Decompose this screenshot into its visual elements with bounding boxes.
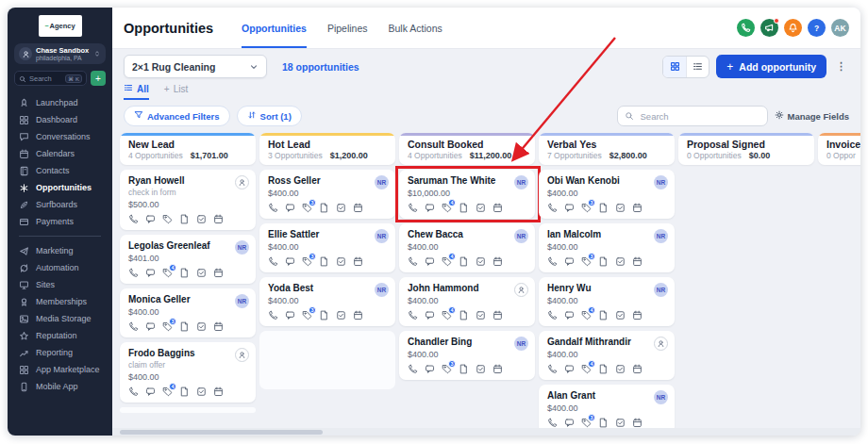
task-icon[interactable] <box>476 364 486 374</box>
opportunity-card-yoda-best[interactable]: Yoda BestNR $400.00 3 <box>259 277 395 326</box>
header-tab-opportunities[interactable]: Opportunities <box>242 8 307 48</box>
sidebar-item-reporting[interactable]: Reporting <box>8 344 112 361</box>
opportunity-card-john-hammond[interactable]: John Hammond $400.00 4 <box>399 277 535 326</box>
opportunity-card-frodo-baggins[interactable]: Frodo Baggins claim offer $400.00 4 <box>120 342 256 403</box>
tag-icon[interactable]: 3 <box>581 203 592 213</box>
appointment-icon[interactable] <box>632 310 643 321</box>
tag-icon[interactable] <box>162 214 173 224</box>
task-icon[interactable] <box>615 310 626 321</box>
call-icon[interactable] <box>268 203 278 213</box>
task-icon[interactable] <box>196 386 207 397</box>
appointment-icon[interactable] <box>213 214 224 224</box>
sidebar-item-launchpad[interactable]: Launchpad <box>8 94 112 111</box>
phone-button[interactable] <box>737 19 755 37</box>
appointment-icon[interactable] <box>492 364 503 374</box>
tag-icon[interactable]: 4 <box>162 386 173 397</box>
opportunity-card-obi-wan-kenobi[interactable]: Obi Wan KenobiNR $400.00 3 <box>539 170 675 219</box>
call-icon[interactable] <box>128 321 139 332</box>
opportunity-card-chew-bacca[interactable]: Chew BaccaNR $400.00 4 <box>399 223 535 272</box>
sidebar-item-contacts[interactable]: Contacts <box>8 162 112 179</box>
message-icon[interactable] <box>564 418 575 428</box>
message-icon[interactable] <box>425 203 435 213</box>
opportunity-card-ellie-sattler[interactable]: Ellie SattlerNR $400.00 3 <box>259 223 395 272</box>
task-icon[interactable] <box>615 256 626 267</box>
appointment-icon[interactable] <box>632 418 643 428</box>
task-icon[interactable] <box>476 256 486 267</box>
note-icon[interactable] <box>319 203 329 213</box>
note-icon[interactable] <box>459 364 469 374</box>
appointment-icon[interactable] <box>353 203 363 213</box>
tag-icon[interactable]: 3 <box>581 256 592 267</box>
tag-icon[interactable]: 3 <box>302 203 312 213</box>
tag-icon[interactable]: 3 <box>302 256 312 267</box>
sidebar-item-surfboards[interactable]: Surfboards <box>8 196 112 213</box>
note-icon[interactable] <box>598 256 609 267</box>
tag-icon[interactable]: 4 <box>442 256 452 267</box>
tag-icon[interactable]: 3 <box>302 310 312 321</box>
tag-icon[interactable]: 4 <box>162 268 173 278</box>
call-icon[interactable] <box>547 256 558 267</box>
sidebar-item-app-marketplace[interactable]: App Marketplace <box>8 361 112 378</box>
message-icon[interactable] <box>564 256 575 267</box>
list-view-button[interactable] <box>686 57 709 77</box>
avatar-button[interactable]: AK <box>831 19 849 37</box>
appointment-icon[interactable] <box>353 256 363 267</box>
opportunity-card-legolas-greenleaf[interactable]: Legolas GreenleafNR $401.00 4 <box>120 235 256 284</box>
manage-fields-button[interactable]: Manage Fields <box>775 110 849 122</box>
note-icon[interactable] <box>598 364 609 374</box>
sidebar-item-mobile-app[interactable]: Mobile App <box>8 378 112 395</box>
appointment-icon[interactable] <box>632 364 643 374</box>
appointment-icon[interactable] <box>213 268 224 278</box>
opportunity-card-monica-geller[interactable]: Monica GellerNR $400.00 3 <box>120 288 256 337</box>
task-icon[interactable] <box>196 268 207 278</box>
sidebar-search-input[interactable]: Search ⌘ K <box>14 71 87 86</box>
message-icon[interactable] <box>564 364 575 374</box>
appointment-icon[interactable] <box>213 321 224 332</box>
account-switcher[interactable]: Chase Sandbox philadelphia, PA <box>14 43 106 64</box>
call-icon[interactable] <box>128 386 139 397</box>
message-icon[interactable] <box>145 321 156 332</box>
message-icon[interactable] <box>425 364 435 374</box>
note-icon[interactable] <box>459 310 469 321</box>
message-icon[interactable] <box>145 268 156 278</box>
sidebar-item-marketing[interactable]: Marketing <box>8 242 112 259</box>
opportunity-card-saruman-the-white[interactable]: Saruman The WhiteNR $10,000.00 4 <box>399 170 535 219</box>
message-icon[interactable] <box>425 310 435 321</box>
sidebar-item-payments[interactable]: Payments <box>8 213 112 230</box>
opportunities-count-link[interactable]: 18 opportunities <box>282 61 359 73</box>
appointment-icon[interactable] <box>632 256 643 267</box>
call-icon[interactable] <box>408 364 418 374</box>
note-icon[interactable] <box>179 214 190 224</box>
sidebar-item-automation[interactable]: Automation <box>8 259 112 276</box>
opportunity-card-ross-geller[interactable]: Ross GellerNR $400.00 3 <box>259 170 395 219</box>
tag-icon[interactable]: 4 <box>442 203 452 213</box>
grid-view-button[interactable] <box>663 57 686 77</box>
tag-icon[interactable]: 3 <box>442 364 452 374</box>
opportunity-card-ian-malcolm[interactable]: Ian MalcolmNR $400.00 3 <box>539 223 675 272</box>
scrollbar-thumb[interactable] <box>120 430 323 435</box>
note-icon[interactable] <box>319 256 329 267</box>
message-icon[interactable] <box>285 310 295 321</box>
message-icon[interactable] <box>285 256 295 267</box>
sidebar-item-dashboard[interactable]: Dashboard <box>8 111 112 128</box>
call-icon[interactable] <box>268 310 278 321</box>
message-icon[interactable] <box>145 386 156 397</box>
task-icon[interactable] <box>196 321 207 332</box>
appointment-icon[interactable] <box>353 310 363 321</box>
call-icon[interactable] <box>547 364 558 374</box>
opportunity-card-alan-grant[interactable]: Alan GrantNR $400.00 3 <box>539 385 675 434</box>
call-icon[interactable] <box>408 310 418 321</box>
task-icon[interactable] <box>476 310 486 321</box>
note-icon[interactable] <box>319 310 329 321</box>
more-options-button[interactable]: ⋮ <box>833 60 849 73</box>
task-icon[interactable] <box>615 203 626 213</box>
bell-button[interactable] <box>784 19 802 37</box>
task-icon[interactable] <box>476 203 486 213</box>
sidebar-item-memberships[interactable]: Memberships <box>8 293 112 310</box>
board-search-input[interactable] <box>639 110 760 123</box>
task-icon[interactable] <box>336 310 346 321</box>
call-icon[interactable] <box>128 268 139 278</box>
call-icon[interactable] <box>547 310 558 321</box>
tab-add-list[interactable]: + List <box>164 84 188 100</box>
message-icon[interactable] <box>564 203 575 213</box>
